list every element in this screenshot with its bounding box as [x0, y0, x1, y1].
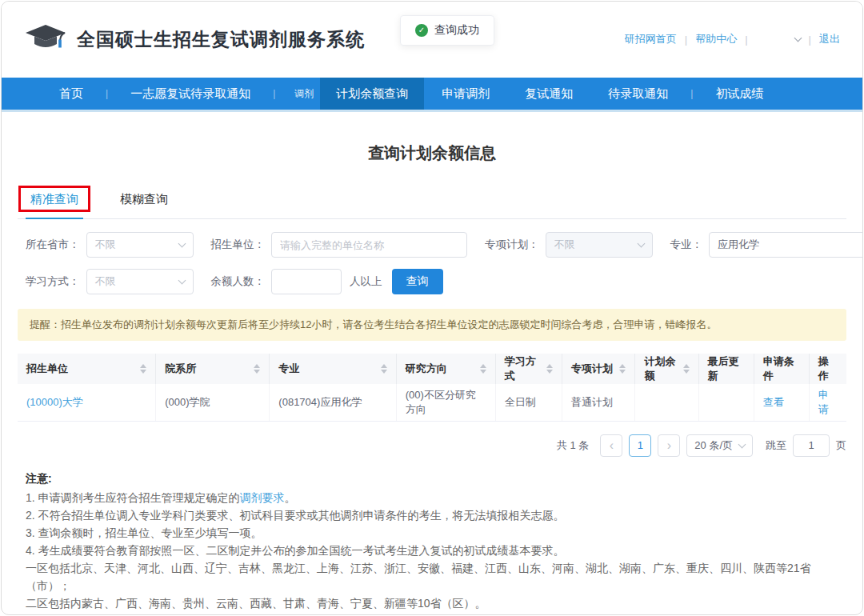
study-mode-field: 学习方式： 不限: [26, 269, 194, 294]
next-page-button[interactable]: ›: [658, 434, 680, 457]
page-number-1[interactable]: 1: [629, 434, 651, 457]
column-header-label: 学习方式: [505, 354, 542, 383]
major-input[interactable]: [709, 232, 863, 258]
cell-text: (00)不区分研究方向: [406, 389, 476, 415]
total-count: 共 1 条: [557, 438, 589, 453]
page-size-value: 20 条/页: [694, 438, 733, 453]
table-cell: (10000)大学: [18, 384, 156, 421]
special-plan-select[interactable]: 不限: [546, 232, 653, 258]
notes-section: 注意: 1. 申请调剂考生应符合招生管理规定确定的调剂要求。2. 不符合招生单位…: [18, 470, 846, 616]
note-text: 1. 申请调剂考生应符合招生管理规定确定的: [26, 491, 240, 504]
column-header-6[interactable]: 计划余额: [635, 354, 698, 384]
check-circle-icon: ✓: [415, 24, 428, 37]
view-link[interactable]: 查看: [763, 396, 784, 408]
balance-count-input[interactable]: [271, 269, 342, 294]
column-header-label: 招生单位: [26, 362, 68, 376]
sort-icon[interactable]: [480, 364, 486, 374]
column-header-3[interactable]: 研究方向: [396, 354, 495, 384]
graduation-cap-icon: [24, 22, 67, 58]
sort-icon[interactable]: [546, 364, 553, 374]
tab-fuzzy-query[interactable]: 模糊查询: [115, 185, 173, 218]
note-line-2: 2. 不符合招生单位调入专业学科门类要求、初试科目要求或其他调剂申请条件的考生，…: [26, 506, 838, 524]
major-field: 专业：: [670, 232, 864, 258]
prev-page-button[interactable]: ‹: [600, 434, 622, 457]
note-text: 。: [285, 491, 296, 504]
sort-icon[interactable]: [619, 364, 626, 374]
table-cell: 普通计划: [562, 384, 634, 421]
unit-input[interactable]: [271, 232, 467, 258]
note-line-6: 二区包括内蒙古、广西、海南、贵州、云南、西藏、甘肃、青海、宁夏、新疆等10省（区…: [26, 594, 838, 612]
chevron-down-icon: [178, 277, 186, 285]
column-header-1[interactable]: 院系所: [156, 354, 270, 384]
sort-icon[interactable]: [140, 364, 146, 374]
column-header-4[interactable]: 学习方式: [495, 354, 562, 384]
province-select[interactable]: 不限: [86, 232, 194, 258]
main-nav: 首页 | 一志愿复试待录取通知 | 调剂 计划余额查询 申请调剂 复试通知 待录…: [2, 78, 862, 110]
major-label: 专业：: [670, 238, 703, 252]
jump-page-input[interactable]: [793, 434, 830, 457]
column-header-label: 专业: [278, 362, 299, 376]
divider: |: [809, 34, 811, 46]
chevron-down-icon: [637, 240, 645, 248]
nav-item-apply-adjustment[interactable]: 申请调剂: [424, 78, 507, 110]
nav-item-admission-notice[interactable]: 待录取通知: [590, 78, 686, 110]
table-cell: [698, 384, 754, 421]
brand: 全国硕士生招生复试调剂服务系统: [24, 22, 365, 58]
sort-icon[interactable]: [254, 364, 260, 374]
note-text: 5. 对计划余额有疑问的，可向有关招生单位、院系所咨询。: [26, 614, 318, 616]
search-button[interactable]: 查询: [392, 269, 443, 294]
column-header-label: 申请条件: [763, 354, 800, 383]
help-center-link[interactable]: 帮助中心: [695, 32, 737, 46]
province-select-value: 不限: [95, 238, 116, 252]
filter-row-1: 所在省市： 不限 招生单位： 专项计划： 不限 专业：: [18, 232, 846, 258]
tab-precise-query[interactable]: 精准查询: [26, 185, 83, 219]
main-content: 查询计划余额信息 精准查询 模糊查询 所在省市： 不限 招生单位：: [2, 142, 862, 615]
study-mode-select[interactable]: 不限: [86, 269, 194, 294]
success-toast: ✓ 查询成功: [400, 15, 494, 46]
nav-item-retest-notice[interactable]: 复试通知: [507, 78, 590, 110]
pagination: 共 1 条 ‹ 1 › 20 条/页 跳至 页: [18, 434, 846, 457]
unit-label: 招生单位：: [211, 238, 266, 252]
chevron-down-icon: [794, 34, 802, 42]
query-tabs: 精准查询 模糊查询: [18, 185, 846, 219]
apply-link[interactable]: 申请: [818, 389, 829, 415]
note-line-7: 5. 对计划余额有疑问的，可向有关招生单位、院系所咨询。: [26, 612, 838, 616]
column-header-5[interactable]: 专项计划: [562, 354, 634, 384]
special-plan-field: 专项计划： 不限: [485, 232, 653, 258]
page-size-select[interactable]: 20 条/页: [686, 434, 753, 457]
table-cell: 全日制: [495, 384, 562, 421]
province-label: 所在省市：: [26, 238, 80, 252]
note-line-1: 1. 申请调剂考生应符合招生管理规定确定的调剂要求。: [26, 489, 838, 506]
table-cell: [635, 384, 698, 421]
table-cell: (000)学院: [156, 384, 270, 421]
nav-item-first-choice-notice[interactable]: 一志愿复试待录取通知: [113, 78, 268, 110]
table-row: (10000)大学(000)学院(081704)应用化学(00)不区分研究方向全…: [18, 384, 846, 421]
nav-item-initial-score[interactable]: 初试成绩: [698, 78, 781, 110]
page-title: 查询计划余额信息: [18, 142, 846, 164]
cell-text: 全日制: [505, 396, 536, 408]
unit-link[interactable]: (10000)大学: [26, 396, 83, 408]
cell-text: (000)学院: [165, 396, 210, 408]
nav-bottom-strip: [2, 110, 862, 112]
sort-icon[interactable]: [683, 364, 690, 374]
logout-link[interactable]: 退出: [819, 32, 840, 46]
notes-title: 注意:: [26, 470, 838, 487]
filter-row-2: 学习方式： 不限 余额人数： 人以上 查询: [18, 269, 846, 294]
adjustment-requirements-link[interactable]: 调剂要求: [240, 491, 285, 504]
column-header-2[interactable]: 专业: [270, 354, 396, 384]
notice-banner: 提醒：招生单位发布的调剂计划余额每次更新后将至少持续12小时，请各位考生结合各招…: [18, 309, 846, 341]
table-cell: 申请: [809, 384, 846, 421]
column-header-0[interactable]: 招生单位: [18, 354, 156, 384]
nav-group-label-adjustment: 调剂: [280, 78, 320, 110]
sort-icon[interactable]: [381, 364, 387, 374]
balance-count-field: 余额人数： 人以上 查询: [211, 269, 443, 294]
app-title: 全国硕士生招生复试调剂服务系统: [77, 27, 365, 52]
column-header-7: 最后更新: [698, 354, 754, 384]
jump-suffix: 页: [836, 438, 846, 453]
portal-home-link[interactable]: 研招网首页: [625, 32, 677, 46]
nav-item-home[interactable]: 首页: [42, 78, 101, 110]
user-menu[interactable]: [756, 38, 801, 41]
plan-balance-table: 招生单位院系所专业研究方向学习方式专项计划计划余额最后更新申请条件操作 (100…: [18, 354, 846, 422]
column-header-label: 专项计划: [571, 362, 613, 376]
nav-item-plan-balance-query[interactable]: 计划余额查询: [320, 78, 424, 110]
